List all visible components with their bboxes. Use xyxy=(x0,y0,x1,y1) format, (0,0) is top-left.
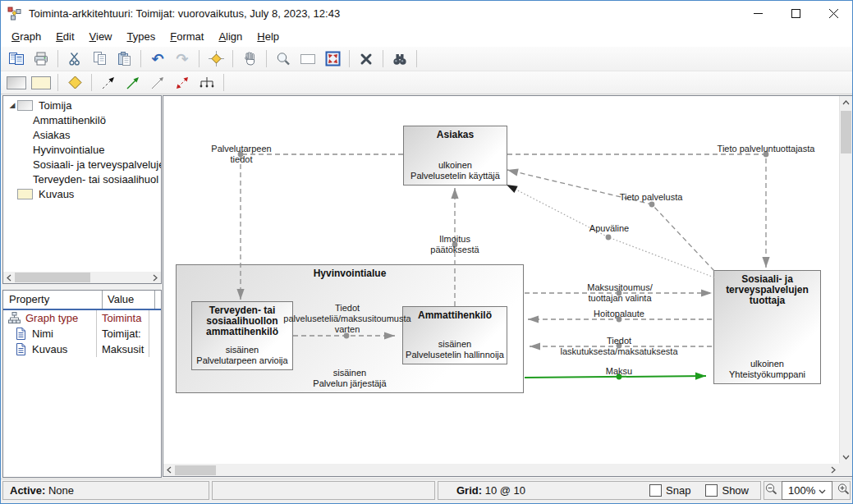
edge-label-tieto-palveluntuottajasta[interactable]: Tieto palveluntuottajasta xyxy=(718,144,815,154)
property-value[interactable]: Toiminta xyxy=(97,310,149,326)
snap-checkbox-group[interactable]: Snap xyxy=(649,484,690,497)
property-row-kuvaus[interactable]: KuvausMaksusit xyxy=(3,341,161,357)
diamond-node-icon[interactable] xyxy=(63,72,86,94)
app-window: Toiminta-arkkitehtuuri: Toimijat: vuorov… xyxy=(0,0,853,504)
tree-item-hyvinvointialue[interactable]: Hyvinvointialue xyxy=(3,142,161,157)
toolbar-separator xyxy=(140,50,141,67)
menu-help[interactable]: Help xyxy=(250,27,287,46)
menu-view[interactable]: View xyxy=(82,27,120,46)
edge-label-tiedot-laskutuksesta-maksatuksesta[interactable]: Tiedotlaskutuksesta/maksatuksesta xyxy=(560,336,677,357)
edge-arrowhead xyxy=(451,188,458,199)
scroll-left-icon[interactable] xyxy=(163,465,175,476)
edge-label-maksu[interactable]: Maksu xyxy=(606,366,632,377)
menu-format[interactable]: Format xyxy=(163,27,211,46)
menu-edit[interactable]: Edit xyxy=(48,27,81,46)
edge-arrowhead xyxy=(507,169,519,176)
tree-item-toimija[interactable]: ◢Toimija xyxy=(3,98,161,112)
tree-expander-icon[interactable]: ◢ xyxy=(7,101,17,109)
edge-label-maksusitoumus-tuottajan-valinta[interactable]: Maksusitoumus/tuottajan valinta xyxy=(587,282,652,304)
gray-node-icon[interactable] xyxy=(5,72,28,94)
print-icon[interactable] xyxy=(30,48,53,70)
edge-arrowhead xyxy=(528,315,539,323)
canvas-vscroll-thumb[interactable] xyxy=(841,111,851,153)
property-row-nimi[interactable]: NimiToimijat: xyxy=(3,326,161,341)
scrollbar-corner xyxy=(839,463,852,476)
minimize-button[interactable] xyxy=(739,1,777,25)
value-column-header[interactable]: Value xyxy=(103,291,155,309)
edge-label-ilmoitus-paatoksesta[interactable]: Ilmoituspäätöksestä xyxy=(430,234,479,255)
tree-horizontal-scrollbar[interactable] xyxy=(3,272,161,283)
canvas-horizontal-scrollbar[interactable] xyxy=(163,464,839,476)
edge-label-tieto-palvelusta[interactable]: Tieto palvelusta xyxy=(620,192,683,203)
redo-icon[interactable]: ↷ xyxy=(171,48,194,70)
edge-label-tiedot-palvelusetelia-varten[interactable]: Tiedotpalveluseteliä/maksusitoumustavart… xyxy=(283,303,410,335)
scroll-right-icon[interactable] xyxy=(828,465,839,476)
delete-icon[interactable] xyxy=(355,48,378,70)
window-title: Toiminta-arkkitehtuuri: Toimijat: vuorov… xyxy=(29,7,340,20)
maximize-button[interactable] xyxy=(777,1,814,25)
scroll-up-icon[interactable] xyxy=(840,96,852,108)
edge-label-apuvaline[interactable]: Apuväline xyxy=(589,223,629,234)
menu-graph[interactable]: Graph xyxy=(4,27,48,46)
edge-tieto-palveluntuottajasta xyxy=(507,154,766,268)
find-icon[interactable] xyxy=(388,48,411,70)
add-node-icon[interactable] xyxy=(204,48,227,70)
dashed-edge-icon[interactable] xyxy=(97,72,120,94)
tree-item-label: Asiakas xyxy=(33,129,71,141)
canvas-vertical-scrollbar[interactable] xyxy=(839,96,852,463)
edge-label-palvelutarpeen-tiedot[interactable]: Palvelutarpeentiedot xyxy=(211,144,271,165)
document-icon xyxy=(15,328,27,340)
tree-item-asiakas[interactable]: Asiakas xyxy=(3,127,161,142)
diagram-node-ammattihenkilo[interactable]: AmmattihenkilösisäinenPalvelusetelin hal… xyxy=(402,306,507,364)
show-checkbox-group[interactable]: Show xyxy=(705,484,749,497)
undo-icon[interactable]: ↶ xyxy=(146,48,169,70)
tree-item-kuvaus[interactable]: Kuvaus xyxy=(3,186,161,201)
thin-edge-icon[interactable] xyxy=(146,72,169,94)
property-row-graph-type[interactable]: Graph typeToiminta xyxy=(3,310,161,326)
active-status-cell: Active: None xyxy=(2,481,209,500)
yellow-node-icon[interactable] xyxy=(30,72,53,94)
paste-icon[interactable] xyxy=(112,48,135,70)
property-value[interactable]: Toimijat: xyxy=(97,326,149,341)
pan-icon[interactable] xyxy=(238,48,261,70)
tree-item-terveyden-tai-sosiaalihuol[interactable]: Terveyden- tai sosiaalihuol xyxy=(3,172,161,186)
tree-item-label: Terveyden- tai sosiaalihuol xyxy=(33,173,158,186)
tree-scroll-thumb[interactable] xyxy=(15,273,90,282)
gray-node-icon xyxy=(17,100,33,111)
property-value[interactable]: Maksusit xyxy=(97,341,149,357)
menu-types[interactable]: Types xyxy=(120,27,163,46)
scroll-right-icon[interactable] xyxy=(149,272,161,283)
snap-checkbox[interactable] xyxy=(649,484,662,497)
fit-window-icon[interactable] xyxy=(321,48,344,70)
scroll-down-icon[interactable] xyxy=(840,451,852,463)
zoom-level-value: 100% xyxy=(782,484,819,497)
toolbar-separator xyxy=(416,50,417,67)
report-icon[interactable] xyxy=(5,48,28,70)
zoom-in-icon[interactable] xyxy=(837,483,850,498)
diagram-node-sosiaali-ja-terveyspalvelujen-tuottaja[interactable]: Sosiaali- jaterveyspalvelujentuottajaulk… xyxy=(713,270,821,384)
tree-edge-icon[interactable] xyxy=(195,72,218,94)
tree-item-ammattihenkilö[interactable]: Ammattihenkilö xyxy=(3,112,161,127)
property-column-header[interactable]: Property xyxy=(3,291,103,309)
diagram-node-asiakas[interactable]: AsiakasulkoinenPalvelusetelin käyttäjä xyxy=(403,126,507,186)
menu-align[interactable]: Align xyxy=(211,27,250,46)
tree-item-sosiaali-ja-terveyspalveluje[interactable]: Sosiaali- ja terveyspalveluje xyxy=(3,157,161,172)
zoom-out-icon[interactable] xyxy=(764,483,777,498)
close-button[interactable] xyxy=(814,1,852,25)
zoom-rect-icon[interactable] xyxy=(296,48,319,70)
tree-item-label: Kuvaus xyxy=(39,188,74,200)
edge-label-hoitopalaute[interactable]: Hoitopalaute xyxy=(594,309,644,319)
zoom-level-select[interactable]: 100% xyxy=(782,481,832,500)
copy-icon[interactable] xyxy=(88,48,111,70)
red-edge-icon[interactable] xyxy=(171,72,194,94)
diagram-node-terveyden-tai-sosiaalihuollon-ammattihenkilo[interactable]: Terveyden- taisosiaalihuollonammattihenk… xyxy=(191,301,293,370)
show-checkbox[interactable] xyxy=(705,484,718,497)
zoom-icon[interactable] xyxy=(272,48,295,70)
property-name: Kuvaus xyxy=(32,343,67,355)
cut-icon[interactable] xyxy=(63,48,86,70)
green-edge-icon[interactable] xyxy=(122,72,144,94)
diagram-canvas[interactable]: HyvinvointialuesisäinenPalvelun järjestä… xyxy=(163,95,853,477)
scroll-left-icon[interactable] xyxy=(3,272,15,283)
edge-tieto-palvelusta xyxy=(507,170,714,271)
canvas-hscroll-thumb[interactable] xyxy=(175,465,216,475)
